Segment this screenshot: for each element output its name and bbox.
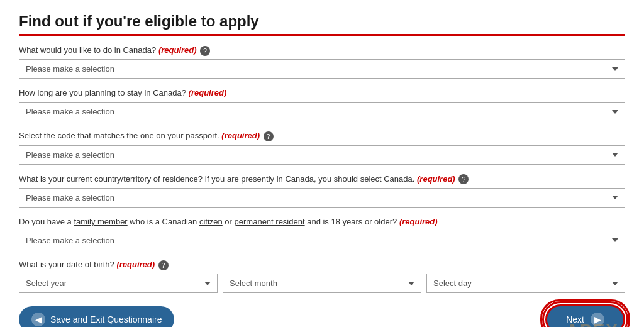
- form-group-q1: What would you like to do in Canada? (re…: [19, 45, 625, 79]
- form-group-q5: Do you have a family member who is a Can…: [19, 216, 625, 250]
- help-icon-q1[interactable]: ?: [200, 46, 210, 56]
- select-q2[interactable]: Please make a selection: [19, 102, 625, 121]
- help-icon-dob[interactable]: ?: [158, 260, 169, 270]
- select-day[interactable]: Select day: [426, 274, 625, 293]
- form-group-q3: Select the code that matches the one on …: [19, 130, 625, 164]
- label-q3-text: Select the code that matches the one on …: [19, 131, 219, 140]
- required-q2: (required): [189, 88, 227, 97]
- day-select-wrapper: Select day: [426, 274, 625, 293]
- save-exit-button[interactable]: ◀ Save and Exit Questionnaire: [19, 306, 174, 327]
- label-q4-text: What is your current country/territory o…: [19, 174, 414, 184]
- select-year[interactable]: Select year: [19, 274, 218, 293]
- link-family-member[interactable]: family member: [74, 217, 127, 226]
- label-q3: Select the code that matches the one on …: [19, 130, 625, 141]
- label-dob-text: What is your date of birth?: [19, 260, 114, 269]
- link-permanent-resident[interactable]: permanent resident: [235, 217, 305, 226]
- date-row: Select year Select month Select day: [19, 274, 625, 293]
- label-q5-part1: Do you have a: [19, 217, 74, 226]
- link-citizen[interactable]: citizen: [199, 217, 223, 226]
- label-q5: Do you have a family member who is a Can…: [19, 216, 625, 228]
- form-group-q4: What is your current country/territory o…: [19, 174, 625, 208]
- label-q2-text: How long are you planning to stay in Can…: [19, 88, 186, 97]
- next-label: Next: [566, 314, 584, 324]
- label-q1-text: What would you like to do in Canada?: [19, 45, 156, 55]
- save-label: Save and Exit Questionnaire: [50, 314, 162, 324]
- next-button[interactable]: Next ▶: [545, 304, 625, 327]
- form-group-dob: What is your date of birth? (required) ?…: [19, 259, 625, 293]
- select-q5[interactable]: Please make a selection: [19, 231, 625, 250]
- required-q4: (required): [417, 174, 455, 184]
- button-row: ◀ Save and Exit Questionnaire Next ▶: [19, 304, 625, 327]
- required-q1: (required): [158, 45, 197, 55]
- select-q1[interactable]: Please make a selection: [19, 59, 625, 79]
- required-q3: (required): [221, 131, 260, 140]
- next-icon: ▶: [591, 313, 604, 326]
- form-group-q2: How long are you planning to stay in Can…: [19, 87, 625, 121]
- label-q5-part3: or: [223, 217, 235, 226]
- help-icon-q3[interactable]: ?: [264, 131, 274, 141]
- select-q4[interactable]: Please make a selection: [19, 188, 625, 208]
- label-dob: What is your date of birth? (required) ?: [19, 259, 625, 270]
- label-q1: What would you like to do in Canada? (re…: [19, 45, 625, 56]
- year-select-wrapper: Select year: [19, 274, 218, 293]
- select-q3[interactable]: Please make a selection: [19, 145, 625, 165]
- label-q4: What is your current country/territory o…: [19, 174, 625, 185]
- select-month[interactable]: Select month: [223, 274, 421, 293]
- required-q5: (required): [399, 217, 438, 226]
- required-dob: (required): [116, 260, 155, 269]
- label-q5-part2: who is a Canadian: [128, 217, 199, 226]
- label-q5-part4: and is 18 years or older?: [305, 217, 397, 226]
- help-icon-q4[interactable]: ?: [458, 174, 469, 184]
- page-title: Find out if you're eligible to apply: [19, 13, 625, 36]
- label-q2: How long are you planning to stay in Can…: [19, 87, 625, 99]
- next-button-wrapper: Next ▶: [545, 304, 625, 327]
- month-select-wrapper: Select month: [223, 274, 421, 293]
- save-icon: ◀: [31, 313, 45, 326]
